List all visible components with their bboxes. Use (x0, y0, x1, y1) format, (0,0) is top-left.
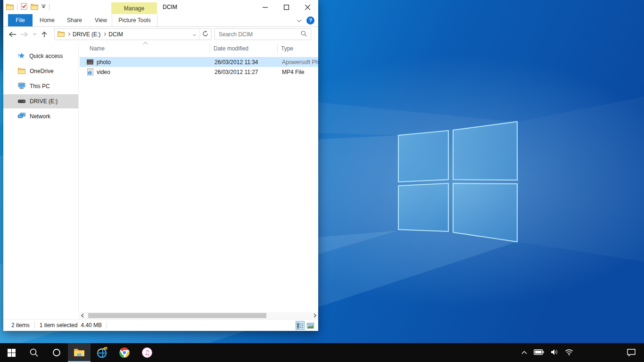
file-list: Name Date modified Type photo 26/03/2012… (79, 41, 318, 312)
selection-size: 4.40 MB (81, 322, 102, 329)
sidebar-item-label: OneDrive (30, 68, 54, 74)
ribbon-tab-row: File Home Share View Picture Tools ? (3, 14, 318, 27)
desktop: { "window": { "title": "DCIM", "ribbon":… (0, 0, 644, 362)
tab-file[interactable]: File (8, 14, 33, 26)
sidebar-item-drive-e[interactable]: DRIVE (E:) (3, 94, 78, 108)
separator (49, 4, 50, 10)
column-header-date-modified[interactable]: Date modified (214, 42, 248, 55)
network-icon (18, 113, 25, 120)
file-row-video[interactable]: video 26/03/2012 11:27 MP4 File (80, 67, 318, 77)
window-title: DCIM (163, 0, 177, 14)
quick-access-toolbar (6, 0, 50, 14)
up-button[interactable] (38, 28, 50, 41)
tab-home[interactable]: Home (33, 14, 61, 26)
search-button[interactable] (23, 343, 45, 362)
sidebar-item-network[interactable]: Network (3, 109, 78, 123)
file-row-photo[interactable]: photo 26/03/2012 11:34 Apowersoft Pho (80, 57, 318, 67)
file-name: video (97, 69, 110, 75)
minimize-button[interactable] (255, 0, 276, 14)
address-dropdown-chevron-icon[interactable] (190, 31, 199, 38)
video-file-icon (86, 68, 94, 76)
taskbar: ♫ (0, 343, 644, 362)
sidebar-item-label: Network (30, 113, 50, 120)
sidebar-item-quick-access[interactable]: Quick access (3, 49, 78, 63)
address-bar[interactable]: DRIVE (E:) DCIM (54, 28, 212, 40)
volume-icon[interactable] (551, 349, 558, 357)
new-folder-button[interactable] (31, 3, 38, 11)
photo-thumbnail-icon (86, 58, 94, 66)
onedrive-folder-icon (18, 67, 25, 75)
quick-access-star-icon (18, 52, 25, 60)
scroll-left-arrow-icon[interactable] (79, 312, 86, 319)
scroll-right-arrow-icon[interactable] (311, 312, 318, 319)
file-type: Apowersoft Pho (282, 59, 318, 66)
customize-qat-dropdown[interactable] (41, 4, 46, 10)
close-button[interactable] (297, 0, 318, 14)
horizontal-scrollbar[interactable] (79, 312, 318, 319)
back-button[interactable] (6, 28, 18, 41)
expand-ribbon-chevron-icon[interactable] (297, 17, 301, 24)
sidebar-item-label: DRIVE (E:) (30, 98, 58, 105)
sidebar-item-label: This PC (30, 83, 50, 90)
cortana-button[interactable] (45, 343, 68, 362)
sidebar-item-onedrive[interactable]: OneDrive (3, 64, 78, 78)
details-view-button[interactable] (296, 321, 305, 330)
file-name: photo (97, 59, 111, 66)
breadcrumb-folder[interactable]: DCIM (106, 31, 126, 38)
items-count: 2 items (11, 322, 30, 329)
taskbar-file-explorer-button[interactable] (68, 343, 91, 362)
recent-locations-chevron-icon[interactable] (31, 28, 38, 41)
search-input[interactable] (215, 29, 301, 40)
search-icon[interactable] (301, 31, 311, 38)
file-explorer-window: Manage DCIM File Home Share View Picture… (3, 0, 318, 331)
svg-text:♫: ♫ (144, 349, 150, 356)
properties-button[interactable] (21, 3, 27, 11)
address-folder-icon (55, 31, 65, 38)
wifi-icon[interactable] (565, 349, 573, 357)
tab-share[interactable]: Share (61, 14, 88, 26)
file-date-modified: 26/03/2012 11:27 (215, 69, 258, 75)
content-area: Quick access OneDrive This PC DRIVE (E:) (3, 41, 318, 312)
navigation-bar: DRIVE (E:) DCIM (3, 27, 318, 41)
search-box[interactable] (215, 28, 311, 40)
this-pc-monitor-icon (18, 82, 25, 90)
sidebar-item-label: Quick access (29, 53, 63, 59)
column-header-name[interactable]: Name (90, 42, 105, 55)
status-bar: 2 items 1 item selected 4.40 MB (3, 319, 318, 331)
navigation-pane: Quick access OneDrive This PC DRIVE (E:) (3, 41, 79, 312)
help-icon[interactable]: ? (306, 16, 314, 25)
separator (17, 4, 17, 10)
battery-icon[interactable] (534, 349, 544, 356)
selection-count: 1 item selected (40, 322, 78, 329)
file-date-modified: 26/03/2012 11:34 (215, 59, 258, 66)
taskbar-internet-explorer-button[interactable] (91, 343, 113, 362)
action-center-icon[interactable] (627, 343, 636, 362)
tab-picture-tools[interactable]: Picture Tools (112, 14, 157, 26)
maximize-button[interactable] (276, 0, 297, 14)
refresh-icon[interactable] (199, 31, 211, 38)
sidebar-item-this-pc[interactable]: This PC (3, 79, 78, 93)
manage-contextual-group[interactable]: Manage (111, 2, 157, 14)
large-icons-view-button[interactable] (306, 321, 315, 330)
scrollbar-thumb[interactable] (88, 313, 266, 318)
sort-ascending-chevron-icon[interactable] (144, 41, 147, 47)
file-type: MP4 File (282, 69, 304, 75)
tab-view[interactable]: View (88, 14, 114, 26)
breadcrumb-drive[interactable]: DRIVE (E:) (70, 31, 103, 38)
hidden-icons-chevron-icon[interactable] (521, 349, 527, 356)
column-header-type[interactable]: Type (281, 42, 293, 55)
start-button[interactable] (0, 343, 23, 362)
taskbar-itunes-button[interactable]: ♫ (136, 343, 158, 362)
system-tray (521, 343, 573, 362)
forward-button[interactable] (18, 28, 31, 41)
drive-icon (18, 98, 25, 105)
title-bar[interactable]: Manage DCIM (3, 0, 318, 14)
taskbar-chrome-button[interactable] (113, 343, 136, 362)
explorer-folder-icon (6, 3, 14, 11)
